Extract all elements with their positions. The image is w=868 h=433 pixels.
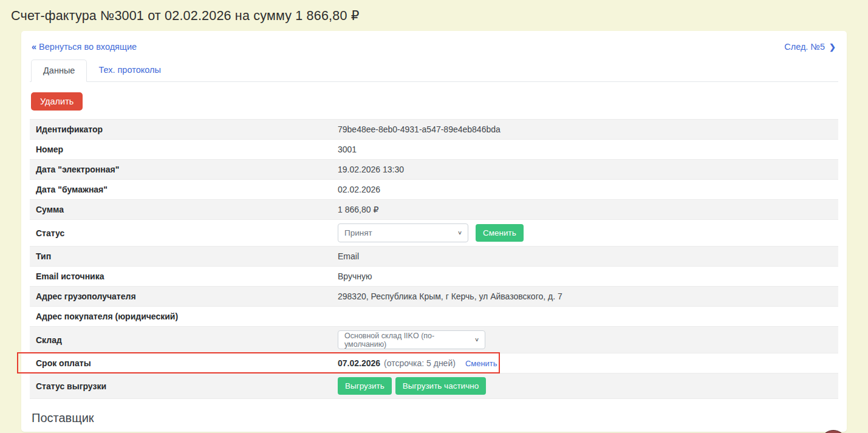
row-label: Дата "бумажная": [30, 180, 332, 199]
payment-due-date: 07.02.2026: [338, 358, 380, 368]
row-value: Выгрузить Выгрузить частично: [332, 373, 838, 398]
status-select[interactable]: Принят ∨: [338, 223, 468, 242]
row-value: Основной склад IIKO (по-умолчанию) ∨: [332, 327, 838, 353]
row-value: 19.02.2026 13:30: [332, 160, 838, 179]
row-paper-date: Дата "бумажная" 02.02.2026: [30, 179, 838, 199]
chevron-down-icon: ∨: [474, 336, 479, 343]
page-title: Счет-фактура №3001 от 02.02.2026 на сумм…: [0, 0, 868, 31]
row-buyer-address: Адрес покупателя (юридический): [30, 306, 838, 326]
invoice-details-table: Идентификатор 79be48ee-8eb0-4931-a547-89…: [30, 119, 838, 399]
double-chevron-left-icon: «: [32, 42, 36, 52]
row-value: Email: [332, 247, 838, 266]
status-select-value: Принят: [344, 228, 372, 237]
row-value: [332, 312, 838, 321]
row-label: Email источника: [30, 267, 332, 286]
supplier-section-heading: Поставщик: [32, 411, 838, 425]
row-label: Срок оплаты: [30, 353, 332, 373]
back-to-inbox-link[interactable]: « Вернуться во входящие: [32, 42, 137, 52]
row-value: 02.02.2026: [332, 180, 838, 199]
chevron-down-icon: ∨: [457, 230, 462, 236]
chevron-right-icon: ❯: [829, 43, 836, 52]
row-value: 298320, Республика Крым, г Керчь, ул Айв…: [332, 287, 838, 306]
row-label: Сумма: [30, 200, 332, 219]
next-link-label: След. №5: [784, 42, 825, 52]
row-consignee-address: Адрес грузополучателя 298320, Республика…: [30, 286, 838, 306]
row-value: 3001: [332, 140, 838, 159]
row-label: Адрес покупателя (юридический): [30, 307, 332, 326]
row-number: Номер 3001: [30, 139, 838, 159]
back-link-label: Вернуться во входящие: [39, 42, 137, 52]
row-label: Склад: [30, 332, 332, 349]
tab-bar: Данные Тех. протоколы: [30, 59, 838, 82]
export-button[interactable]: Выгрузить: [338, 377, 392, 395]
next-invoice-link[interactable]: След. №5 ❯: [784, 42, 836, 52]
row-export-status: Статус выгрузки Выгрузить Выгрузить част…: [30, 373, 838, 399]
row-identifier: Идентификатор 79be48ee-8eb0-4931-a547-89…: [30, 119, 838, 139]
payment-due-note: (отсрочка: 5 дней): [384, 358, 456, 368]
row-value: 1 866,80 ₽: [332, 200, 838, 219]
row-value: 79be48ee-8eb0-4931-a547-89e4eb846bda: [332, 120, 838, 139]
row-amount: Сумма 1 866,80 ₽: [30, 199, 838, 219]
tab-data[interactable]: Данные: [31, 60, 87, 82]
invoice-card: « Вернуться во входящие След. №5 ❯ Данны…: [21, 31, 847, 432]
delete-button[interactable]: Удалить: [31, 92, 83, 111]
row-label: Статус выгрузки: [30, 378, 332, 395]
card-navigation: « Вернуться во входящие След. №5 ❯: [30, 40, 838, 59]
row-type: Тип Email: [30, 246, 838, 266]
row-label: Адрес грузополучателя: [30, 287, 332, 306]
row-label: Статус: [30, 225, 332, 242]
row-payment-due: Срок оплаты 07.02.2026 (отсрочка: 5 дней…: [30, 353, 838, 373]
row-label: Тип: [30, 247, 332, 266]
row-warehouse: Склад Основной склад IIKO (по-умолчанию)…: [30, 326, 838, 353]
row-electronic-date: Дата "электронная" 19.02.2026 13:30: [30, 159, 838, 179]
export-partial-button[interactable]: Выгрузить частично: [395, 377, 486, 395]
row-label: Дата "электронная": [30, 160, 332, 179]
row-value: Вручную: [332, 267, 838, 286]
tab-tech-protocols[interactable]: Тех. протоколы: [87, 60, 172, 82]
row-source-email: Email источника Вручную: [30, 266, 838, 286]
row-status: Статус Принят ∨ Сменить: [30, 219, 838, 246]
warehouse-select-value: Основной склад IIKO (по-умолчанию): [344, 332, 470, 349]
change-status-button[interactable]: Сменить: [476, 224, 524, 242]
change-due-date-link[interactable]: Сменить: [465, 359, 497, 368]
row-label: Номер: [30, 140, 332, 159]
row-value: Принят ∨ Сменить: [332, 220, 838, 246]
row-value: 07.02.2026 (отсрочка: 5 дней) Сменить: [332, 353, 838, 373]
warehouse-select[interactable]: Основной склад IIKO (по-умолчанию) ∨: [338, 330, 485, 349]
row-label: Идентификатор: [30, 120, 332, 139]
